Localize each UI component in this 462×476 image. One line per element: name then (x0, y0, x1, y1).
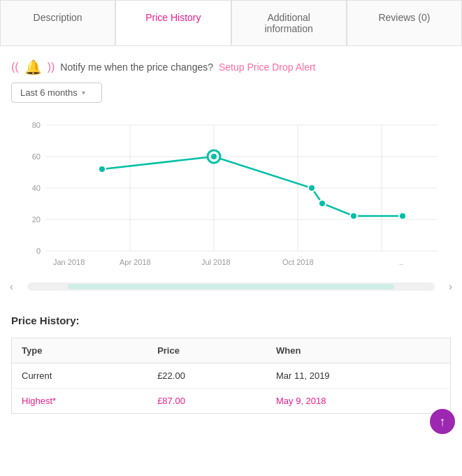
chart-point (319, 200, 326, 207)
svg-text:..: .. (399, 258, 403, 266)
chevron-down-icon: ▾ (82, 89, 85, 96)
chart-point (399, 212, 406, 219)
row-price: £22.00 (147, 363, 266, 389)
setup-alert-link[interactable]: Setup Price Drop Alert (219, 62, 316, 73)
svg-text:60: 60 (32, 152, 41, 161)
dropdown-label: Last 6 months (20, 87, 78, 98)
chart-point (350, 212, 357, 219)
table-row: Highest*£87.00May 9, 2018 (12, 389, 451, 414)
tab-description[interactable]: Description (0, 0, 115, 45)
tab-price-history[interactable]: Price History (115, 0, 231, 45)
col-when: When (266, 338, 451, 363)
scrollbar-thumb (68, 284, 394, 289)
svg-text:Jul 2018: Jul 2018 (201, 258, 231, 266)
svg-text:Jan 2018: Jan 2018 (53, 258, 85, 266)
wave-left-icon: (( (11, 61, 19, 73)
tab-reviews[interactable]: Reviews (0) (347, 0, 462, 45)
row-when: May 9, 2018 (266, 389, 451, 414)
bell-icon: 🔔 (24, 59, 42, 75)
price-history-table: Type Price When Current£22.00Mar 11, 201… (11, 338, 451, 414)
chart-container: 80 60 40 20 0 Jan 2018 Apr 2018 Jul 2018… (0, 111, 462, 281)
svg-text:80: 80 (32, 121, 41, 129)
tab-additional-info[interactable]: Additional information (231, 0, 347, 45)
svg-text:0: 0 (36, 247, 41, 255)
row-type: Current (12, 363, 148, 389)
chart-point (99, 166, 106, 173)
dropdown-wrapper: Last 6 months ▾ (0, 82, 462, 111)
table-row: Current£22.00Mar 11, 2019 (12, 363, 451, 389)
chart-point-inner (211, 154, 217, 159)
svg-text:Oct 2018: Oct 2018 (282, 258, 314, 266)
col-type: Type (12, 338, 148, 363)
svg-text:Apr 2018: Apr 2018 (120, 258, 151, 266)
row-when: Mar 11, 2019 (266, 363, 451, 389)
time-range-dropdown[interactable]: Last 6 months ▾ (11, 82, 102, 103)
scroll-left-arrow[interactable]: ‹ (7, 281, 16, 292)
row-type: Highest* (12, 389, 148, 414)
price-history-section: Price History: Type Price When Current£2… (0, 301, 462, 414)
scroll-right-arrow[interactable]: › (446, 281, 455, 292)
chart-point (308, 185, 315, 192)
price-history-title: Price History: (11, 315, 451, 326)
row-price: £87.00 (147, 389, 266, 414)
notify-bar: (( 🔔 )) Notify me when the price changes… (0, 46, 462, 82)
svg-text:40: 40 (32, 184, 41, 192)
horizontal-scrollbar-container: ‹ › (0, 281, 462, 301)
wave-right-icon: )) (48, 61, 55, 73)
tab-bar: Description Price History Additional inf… (0, 0, 462, 46)
price-chart: 80 60 40 20 0 Jan 2018 Apr 2018 Jul 2018… (11, 118, 445, 279)
notify-text: Notify me when the price changes? (60, 62, 213, 73)
svg-text:20: 20 (32, 215, 41, 224)
col-price: Price (147, 338, 266, 363)
horizontal-scrollbar[interactable] (27, 282, 435, 291)
